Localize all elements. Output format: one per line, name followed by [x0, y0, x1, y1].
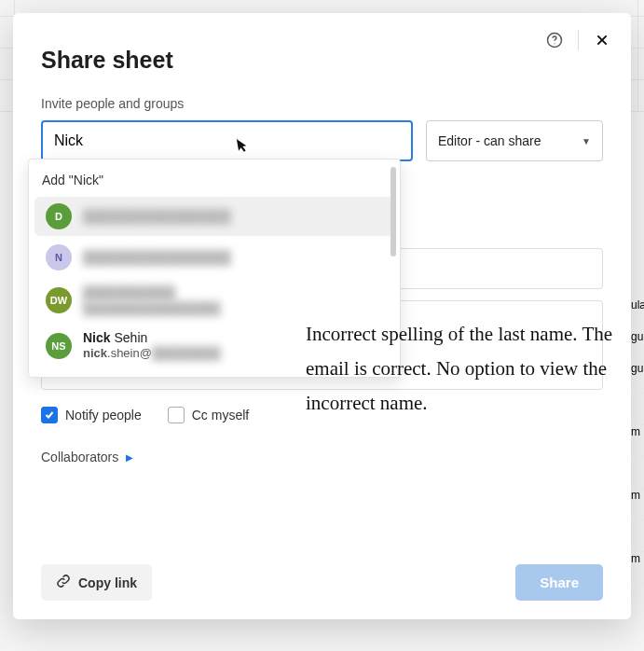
copy-link-label: Copy link: [78, 575, 137, 590]
cc-myself-checkbox[interactable]: Cc myself: [168, 407, 249, 423]
suggestion-email: nick.shein@████████: [83, 346, 221, 361]
avatar: D: [46, 203, 72, 229]
collaborators-label: Collaborators: [41, 450, 118, 464]
suggestion-name-redacted: ████████████████: [83, 250, 231, 266]
checkbox-unchecked-icon: [168, 407, 185, 423]
suggestion-name-redacted: ████████████████: [83, 209, 231, 225]
chevron-down-icon: ▼: [582, 136, 591, 146]
scrollbar[interactable]: [391, 167, 396, 256]
avatar: DW: [46, 287, 72, 313]
invite-label: Invite people and groups: [41, 96, 603, 111]
help-icon[interactable]: [544, 30, 565, 50]
background-partial-column: ula gul gul m m m: [631, 298, 644, 584]
invite-search-input[interactable]: [41, 120, 413, 161]
header-divider: [578, 30, 579, 50]
autocomplete-item[interactable]: N ████████████████: [34, 238, 394, 277]
share-button-label: Share: [540, 575, 579, 590]
copy-link-button[interactable]: Copy link: [41, 564, 152, 601]
checkbox-checked-icon: [41, 407, 58, 423]
role-select-label: Editor - can share: [438, 133, 541, 148]
close-icon[interactable]: [592, 30, 612, 50]
avatar: N: [46, 244, 72, 270]
autocomplete-item[interactable]: D ████████████████: [34, 197, 394, 236]
suggestion-name-redacted: ██████████: [83, 285, 220, 301]
modal-title: Share sheet: [41, 47, 603, 74]
link-icon: [56, 574, 71, 591]
suggestion-name: Nick Sehin: [83, 330, 221, 346]
collaborators-toggle[interactable]: Collaborators ▶: [41, 450, 133, 464]
triangle-right-icon: ▶: [126, 452, 133, 463]
role-select[interactable]: Editor - can share ▼: [426, 120, 603, 161]
cc-label: Cc myself: [192, 408, 249, 422]
notify-people-checkbox[interactable]: Notify people: [41, 407, 142, 423]
suggestion-email-redacted: ████████████████: [83, 301, 220, 316]
share-button[interactable]: Share: [515, 564, 603, 601]
avatar: NS: [46, 333, 72, 359]
annotation-text: Incorrect spelling of the last name. The…: [306, 317, 620, 420]
notify-label: Notify people: [65, 408, 142, 422]
autocomplete-item[interactable]: DW ██████████ ████████████████: [34, 279, 394, 322]
autocomplete-add-option[interactable]: Add "Nick": [29, 165, 400, 195]
svg-point-1: [554, 43, 555, 44]
